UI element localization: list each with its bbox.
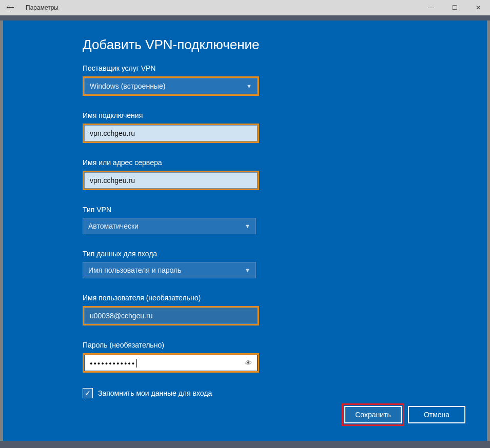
reveal-password-icon[interactable]: 👁 (245, 359, 252, 367)
field-auth-type: Тип данных для входа Имя пользователя и … (83, 250, 487, 278)
chevron-down-icon: ▼ (245, 267, 250, 273)
window-title: Параметры (26, 4, 58, 11)
field-password: Пароль (необязательно) ●●●●●●●●●●●● 👁 (83, 341, 487, 373)
back-button[interactable]: 🡐 (0, 3, 21, 12)
label-provider: Поставщик услуг VPN (83, 64, 487, 72)
input-connection-name[interactable]: vpn.cchgeu.ru (84, 125, 258, 141)
field-username: Имя пользователя (необязательно) u00038@… (83, 294, 487, 325)
remember-row: ✓ Запомнить мои данные для входа (83, 388, 487, 398)
select-auth-type-value: Имя пользователя и пароль (88, 266, 182, 274)
highlight-username: u00038@cchgeu.ru (83, 306, 259, 325)
chevron-down-icon: ▼ (246, 83, 252, 89)
dim-overlay-top (0, 15, 490, 21)
vpn-dialog: Добавить VPN-подключение Поставщик услуг… (3, 21, 487, 441)
maximize-button[interactable]: ☐ (443, 0, 466, 15)
input-username[interactable]: u00038@cchgeu.ru (84, 308, 258, 324)
text-caret (136, 359, 137, 368)
label-connection-name: Имя подключения (83, 111, 487, 119)
dim-overlay-bottom (0, 441, 490, 448)
field-vpn-type: Тип VPN Автоматически ▼ (83, 206, 487, 234)
label-server: Имя или адрес сервера (83, 158, 487, 167)
label-vpn-type: Тип VPN (83, 206, 487, 214)
field-connection-name: Имя подключения vpn.cchgeu.ru (83, 111, 487, 143)
titlebar: 🡐 Параметры — ☐ ✕ (0, 0, 490, 15)
window-controls: — ☐ ✕ (419, 0, 490, 15)
chevron-down-icon: ▼ (245, 223, 250, 229)
select-vpn-type-value: Автоматически (88, 222, 139, 230)
input-password-value: ●●●●●●●●●●●● (90, 361, 135, 366)
close-button[interactable]: ✕ (466, 0, 490, 15)
highlight-password: ●●●●●●●●●●●● 👁 (83, 353, 259, 373)
input-server-value: vpn.cchgeu.ru (90, 176, 135, 185)
label-username: Имя пользователя (необязательно) (83, 294, 487, 302)
input-connection-name-value: vpn.cchgeu.ru (90, 129, 135, 137)
cancel-button[interactable]: Отмена (408, 406, 465, 423)
label-auth-type: Тип данных для входа (83, 250, 487, 258)
select-auth-type[interactable]: Имя пользователя и пароль ▼ (83, 262, 256, 278)
page-title: Добавить VPN-подключение (83, 37, 487, 53)
highlight-provider: Windows (встроенные) ▼ (83, 76, 259, 96)
label-password: Пароль (необязательно) (83, 341, 487, 349)
field-server: Имя или адрес сервера vpn.cchgeu.ru (83, 158, 487, 190)
field-provider: Поставщик услуг VPN Windows (встроенные)… (83, 64, 487, 96)
label-remember: Запомнить мои данные для входа (98, 389, 212, 397)
highlight-server: vpn.cchgeu.ru (83, 171, 259, 190)
save-button[interactable]: Сохранить (344, 406, 402, 423)
input-server[interactable]: vpn.cchgeu.ru (84, 172, 258, 189)
checkbox-remember[interactable]: ✓ (83, 388, 93, 398)
input-username-value: u00038@cchgeu.ru (90, 312, 152, 320)
input-password[interactable]: ●●●●●●●●●●●● 👁 (84, 355, 258, 371)
minimize-button[interactable]: — (419, 0, 443, 15)
highlight-connection-name: vpn.cchgeu.ru (83, 124, 259, 143)
dialog-buttons: Сохранить Отмена (344, 406, 465, 423)
select-provider-value: Windows (встроенные) (90, 82, 165, 90)
select-vpn-type[interactable]: Автоматически ▼ (83, 218, 256, 234)
select-provider[interactable]: Windows (встроенные) ▼ (84, 78, 258, 94)
